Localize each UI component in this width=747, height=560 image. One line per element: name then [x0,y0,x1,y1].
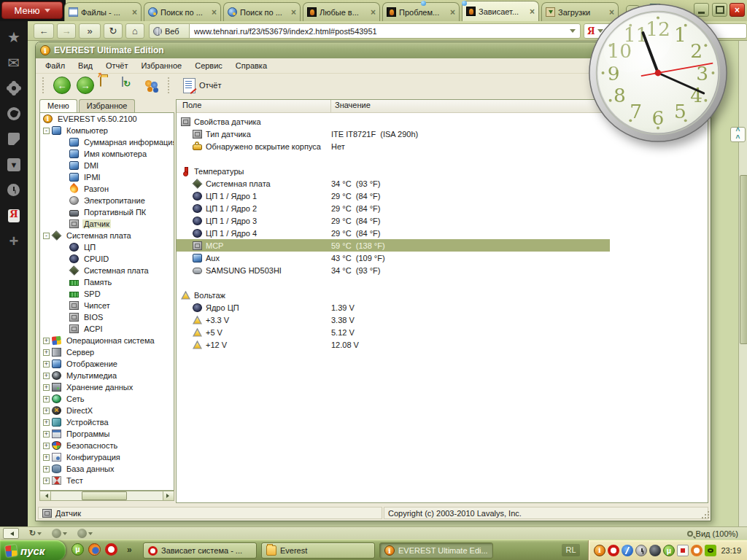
panel-tab[interactable]: Избранное [79,99,136,112]
panel-toggle-button[interactable] [3,528,19,539]
tree-item[interactable]: + Сервер [40,346,174,358]
tree-expander-icon[interactable]: - [43,233,50,239]
tray-icon[interactable] [705,545,716,556]
tree-item[interactable]: + Безопасность [40,440,174,451]
menu-item[interactable]: Сервис [188,60,229,71]
tree-item[interactable]: + Конфигурация [40,451,174,463]
panel-button-icon[interactable] [4,104,23,123]
tab-close-icon[interactable]: × [212,7,217,18]
sensor-row[interactable]: +5 V 5.12 V [177,326,708,338]
tab-close-icon[interactable]: × [450,7,455,18]
back-button[interactable]: ← [34,23,54,39]
language-indicator[interactable]: RL [562,544,580,556]
taskbar-task-button[interactable]: Everest [261,542,375,559]
tree-item[interactable]: + База данных [40,463,174,475]
forward-button[interactable]: → [77,77,94,94]
start-button[interactable]: пуск [0,540,66,560]
tree-item[interactable]: + DirectX [40,405,174,416]
tab-close-icon[interactable]: × [291,7,296,18]
tree-expander-icon[interactable]: + [43,431,50,438]
taskbar-task-button[interactable]: EVEREST Ultimate Edi... [379,542,493,559]
tree-expander-icon[interactable]: + [43,466,50,472]
sensor-row[interactable]: Температуры [177,165,708,177]
tree-expander-icon[interactable]: + [43,384,50,391]
scroll-right-button[interactable] [163,491,174,500]
menu-item[interactable]: Вид [71,60,99,71]
sensor-row[interactable]: Aux 43 °C (109 °F) [177,252,708,264]
report-wizard-icon[interactable] [100,77,116,93]
panel-tab[interactable]: Меню [39,99,77,112]
browser-tab[interactable]: Любые в... × [303,2,380,21]
panel-button-icon[interactable] [4,28,23,47]
column-header-value[interactable]: Значение [331,100,371,112]
tree-item[interactable]: + Операционная система [40,335,174,346]
browser-tab[interactable]: Поиск по ... × [144,2,221,21]
sensor-row[interactable]: +12 V 12.08 V [177,338,708,351]
tree-item[interactable]: Чипсет [40,300,174,311]
tray-icon[interactable] [622,545,633,556]
menu-item[interactable]: Избранное [134,60,188,71]
tree-expander-icon[interactable]: + [43,373,50,379]
fast-forward-button[interactable]: » [79,23,101,39]
tree-item[interactable]: + Программы [40,428,174,440]
tree-expander-icon[interactable]: + [43,349,50,356]
tray-icon[interactable] [677,545,689,556]
sensor-row[interactable]: ЦП 1 / Ядро 1 29 °C (84 °F) [177,190,708,202]
tray-icon[interactable] [691,545,703,556]
browser-tab[interactable]: Файлы - ... × [64,2,142,21]
tray-icon[interactable] [608,545,619,556]
tree-item[interactable]: DMI [40,160,174,171]
panel-button-icon[interactable] [4,130,23,149]
tree-item[interactable]: - Системная плата [40,230,174,241]
turbo-button[interactable] [77,529,93,538]
scrollbar-thumb[interactable] [82,491,127,500]
tree-expander-icon[interactable]: + [43,478,50,484]
scroll-to-top-button[interactable]: ^^ [730,127,746,142]
tab-close-icon[interactable]: × [371,7,376,18]
page-scrollbar[interactable] [738,41,747,526]
tree-expander-icon[interactable]: + [43,396,50,402]
tree-expander-icon[interactable]: + [43,338,50,344]
tree-item[interactable]: CPUID [40,253,174,265]
tree-item[interactable]: + Сеть [40,393,174,405]
tray-icon[interactable] [635,545,647,556]
tree-expander-icon[interactable]: + [43,361,50,368]
menu-item[interactable]: Файл [39,60,71,71]
tree-item[interactable]: Системная плата [40,265,174,276]
sensor-row[interactable]: Вольтаж [177,289,708,301]
tree-item[interactable]: Суммарная информация [40,136,174,148]
analog-clock-widget[interactable]: 12 1 2 3 4 5 6 7 8 9 10 11 [587,1,729,144]
address-mode-badge[interactable]: Веб [149,23,190,39]
tree-horizontal-scrollbar[interactable] [39,491,174,501]
panel-button-icon[interactable] [4,155,23,174]
menu-item[interactable]: Отчёт [99,60,134,71]
reload-button[interactable]: ↻ [104,23,123,39]
tree-item[interactable]: + Отображение [40,358,174,370]
tree-expander-icon[interactable]: + [43,454,50,461]
tree-item[interactable]: + Мультимедиа [40,370,174,381]
tree-expander-icon[interactable]: + [43,419,50,426]
scrollbar-thumb[interactable] [740,175,747,344]
quick-launch-overflow-button[interactable]: » [127,545,132,555]
sensor-row[interactable]: SAMSUNG HD503HI 34 °C (93 °F) [177,264,708,276]
column-header-field[interactable]: Поле [177,100,331,112]
address-field[interactable] [189,23,581,39]
tree-item[interactable]: Электропитание [40,195,174,206]
tray-icon[interactable] [594,545,605,556]
taskbar-clock[interactable]: 23:19 [721,546,741,555]
sync-button[interactable]: ↻ [29,529,42,538]
sensor-row[interactable]: +3.3 V 3.38 V [177,314,708,326]
browser-menu-button[interactable]: Меню [1,1,63,19]
sensor-row[interactable]: ЦП 1 / Ядро 2 29 °C (84 °F) [177,202,708,214]
tree-item[interactable]: ACPI [40,323,174,335]
scroll-left-button[interactable] [40,491,51,500]
tree-expander-icon[interactable]: + [43,443,50,449]
users-icon[interactable] [144,77,160,93]
tree-item[interactable]: + Хранение данных [40,381,174,393]
tray-icon[interactable] [649,545,661,556]
tree-item[interactable]: ЦП [40,241,174,253]
panel-button-icon[interactable] [4,79,23,98]
tree-item[interactable]: Портативный ПК [40,206,174,218]
tree-expander-icon[interactable]: - [43,128,50,134]
tray-icon[interactable] [663,545,675,556]
